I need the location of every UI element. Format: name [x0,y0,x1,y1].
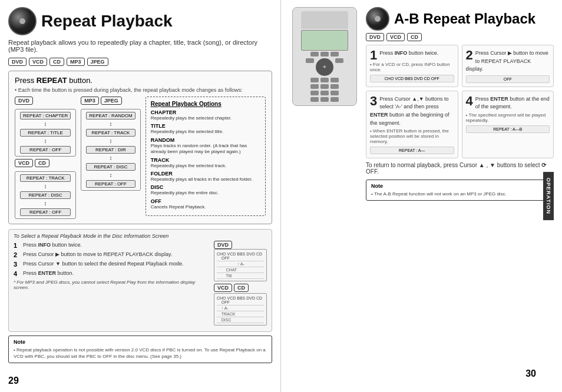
cd-badge2: CD [35,159,49,167]
vcd-item-3: REPEAT : OFF [20,208,71,216]
mp3-badge: MP3 [81,97,99,105]
ab-step-num-2: 2 [466,49,473,62]
note-text-right: • The A-B Repeat function will not work … [371,191,548,197]
mp3-item-4: REPEAT : DISC [86,163,135,171]
select-section: To Select a Repeat Playback Mode in the … [8,229,272,332]
right-badge-cd: CD [407,33,422,41]
note-box-right: Note • The A-B Repeat function will not … [366,180,554,201]
dvd-item-3: REPEAT : OFF [20,146,71,154]
remote-btn-3 [330,52,339,57]
ab-step-3: 3 Press Cursor ▲,▼ buttons to select 'A-… [366,91,458,158]
mp3-item-3: REPEAT : DIR [86,146,135,154]
mp3-diagram-box: REPEAT : RANDOM ↕ REPEAT : TRACK ↕ REPEA… [81,109,141,191]
step-text-2: Press Cursor ▶ button to move to REPEAT … [23,251,172,258]
ab-step-num-4: 4 [466,95,473,108]
ab-step-1: 1 Press INFO button twice. • For a VCD o… [366,45,458,87]
right-page: ✛ [281,0,562,392]
dvd-badge-row: DVD [15,97,76,105]
option-disc: DISC Repeatedly plays the entire disc. [151,184,260,196]
dvd-diagram: DVD REPEAT : CHAPTER ↕ REPEAT : TITLE ↕ … [15,97,76,219]
ab-step-text-3: Press Cursor ▲,▼ buttons to select 'A-' … [370,96,449,126]
vcd-diagram-box: REPEAT : TRACK ↕ REPEAT : DISC ↕ REPEAT … [15,171,76,219]
dvd-item-1: REPEAT : CHAPTER [20,112,71,119]
remote-dpad: ✛ [316,58,333,76]
options-box: Repeat Playback Options CHAPTER Repeated… [146,97,266,216]
mp3-item-2: REPEAT : TRACK [86,129,135,137]
step-num-3: 3 [14,261,21,268]
remote-btn-8 [330,78,339,82]
dvd-item-2: REPEAT : TITLE [20,129,71,137]
vcd-item-1: REPEAT : TRACK [20,174,71,182]
step-text-1: Press INFO button twice. [23,242,82,249]
return-note: To return to normal playback, press Curs… [366,162,554,175]
select-note: * For MP3 and JPEG discs, you cannot sel… [14,280,209,290]
vcd-item-2: REPEAT : DISC [20,191,71,199]
ab-step-note-3: • When ENTER button is pressed, the sele… [370,128,454,144]
ab-step-display-4: REPEAT : A—B [466,125,550,133]
right-badge-dvd: DVD [366,33,384,41]
ab-step-note-4: • The specified segment will be played r… [466,112,550,123]
dvd-badge: DVD [15,97,33,105]
ab-step-text-4: Press ENTER button at the end of the seg… [475,96,550,110]
remote-btn-9 [310,84,319,89]
step-num-4: 4 [14,270,21,277]
remote-btn-16 [320,97,329,102]
mp3-item-1: REPEAT : RANDOM [86,112,135,119]
step-4: 4 Press ENTER button. [14,270,209,277]
ab-step-4: 4 Press ENTER button at the end of the s… [462,91,554,158]
remote-screen [301,30,348,51]
mp3-diagram: MP3 JPEG REPEAT : RANDOM ↕ REPEAT : TRAC… [81,97,141,191]
right-panel: A-B Repeat Playback DVD VCD CD 1 Press I… [366,7,554,385]
remote-btn-11 [330,84,339,89]
remote-btn-15 [310,97,319,102]
vcd-badge2: VCD [15,159,33,167]
note-title-left: Note [14,339,267,345]
left-title: Repeat Playback [41,12,173,31]
right-badge-vcd: VCD [386,33,405,41]
step-text-4: Press ENTER button. [23,270,74,277]
remote-btn-7 [320,78,329,82]
badge-cd: CD [49,58,64,66]
badge-dvd: DVD [8,58,27,66]
vcd-arrow-2: ↕ [20,201,71,207]
page-number-right: 30 [525,368,536,379]
note-box-left: Note • Repeat playback operation is not … [8,335,272,363]
repeat-bold: REPEAT [37,76,67,85]
remote-btn-13 [320,91,329,95]
page-number-left: 29 [8,376,19,386]
disc-icon-left [8,7,37,35]
select-title: To Select a Repeat Playback Mode in the … [14,233,267,239]
left-subtitle: Repeat playback allows you to repeatedly… [8,39,272,53]
ab-step-text-2: Press Cursor ▶ button to move to REPEAT … [466,50,548,72]
mp3-item-5: REPEAT : OFF [86,180,135,188]
option-title: TITLE Repeatedly plays the selected titl… [151,123,260,135]
select-steps: 1 Press INFO button twice. 2 Press Curso… [14,242,267,328]
disc-icon-right [366,7,389,31]
ab-step-note-1: • For a VCD or CD, press INFO button onc… [370,62,454,72]
option-track: TRACK Repeatedly plays the selected trac… [151,157,260,169]
left-format-badges: DVD VCD CD MP3 JPEG [8,58,272,66]
vcd-badge-row: VCD CD [15,159,76,167]
badge-mp3: MP3 [67,58,85,66]
remote-btn-1 [310,52,319,57]
repeat-desc: • Each time the button is pressed during… [15,87,266,93]
remote-btn-12 [310,91,319,95]
step-3: 3 Press Cursor ▼ button to select the de… [14,261,209,268]
ab-title: A-B Repeat Playback [394,11,535,27]
ab-step-display-2: OFF [466,75,550,83]
ab-step-display-1: CHO VCD BBS DVD CD OFF [370,75,454,82]
operation-tab: OPERATION [543,172,554,220]
option-random: RANDOM Plays tracks in random order. (A … [151,137,260,155]
step-text-3: Press Cursor ▼ button to select the desi… [23,261,184,268]
remote-btn-4 [306,58,314,63]
disc-diagram: DVD CHO VCD BBS DVD CD OFF ↑ A- CHAT Ttt… [214,242,267,328]
remote-buttons: ✛ [301,52,348,102]
disc-info-box-vcd: CHO VCD BBS DVD CD OFF ↑ A- TRACK DISC [214,293,267,325]
steps-list: 1 Press INFO button twice. 2 Press Curso… [14,242,209,328]
ab-steps-grid: 1 Press INFO button twice. • For a VCD o… [366,45,554,158]
mp3-badge-row: MP3 JPEG [81,97,141,105]
disc-info-vcdcd-badges: VCD CD [214,284,267,292]
dvd-arrow-1: ↕ [20,121,71,127]
step-2: 2 Press Cursor ▶ button to move to REPEA… [14,251,209,258]
ab-step-num-1: 1 [370,49,377,62]
